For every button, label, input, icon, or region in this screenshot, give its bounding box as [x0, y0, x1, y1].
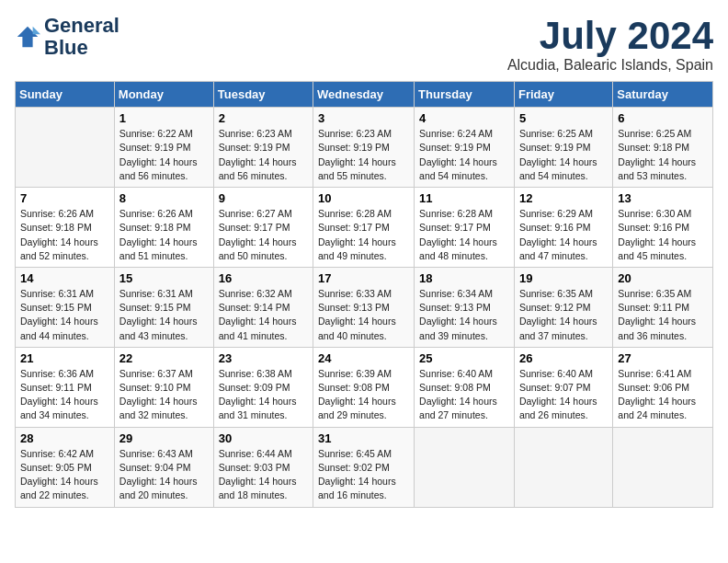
calendar-cell — [16, 108, 115, 188]
day-number: 20 — [618, 271, 708, 285]
day-number: 14 — [20, 271, 109, 285]
day-info: Sunrise: 6:38 AMSunset: 9:09 PMDaylight:… — [219, 367, 308, 423]
day-number: 23 — [219, 351, 308, 365]
day-info: Sunrise: 6:39 AMSunset: 9:08 PMDaylight:… — [318, 367, 409, 423]
day-number: 13 — [618, 191, 708, 205]
day-info: Sunrise: 6:28 AMSunset: 9:17 PMDaylight:… — [318, 207, 409, 263]
calendar-cell: 11Sunrise: 6:28 AMSunset: 9:17 PMDayligh… — [415, 188, 515, 268]
day-number: 6 — [618, 111, 708, 125]
calendar-cell: 21Sunrise: 6:36 AMSunset: 9:11 PMDayligh… — [16, 347, 115, 427]
day-info: Sunrise: 6:34 AMSunset: 9:13 PMDaylight:… — [419, 287, 509, 343]
day-info: Sunrise: 6:24 AMSunset: 9:19 PMDaylight:… — [419, 127, 509, 183]
day-number: 1 — [119, 111, 209, 125]
calendar-table: SundayMondayTuesdayWednesdayThursdayFrid… — [15, 81, 713, 507]
day-info: Sunrise: 6:40 AMSunset: 9:08 PMDaylight:… — [419, 367, 509, 423]
day-info: Sunrise: 6:44 AMSunset: 9:03 PMDaylight:… — [219, 447, 308, 503]
day-info: Sunrise: 6:22 AMSunset: 9:19 PMDaylight:… — [119, 127, 209, 183]
day-number: 31 — [318, 431, 409, 445]
day-info: Sunrise: 6:42 AMSunset: 9:05 PMDaylight:… — [20, 447, 109, 503]
day-info: Sunrise: 6:25 AMSunset: 9:19 PMDaylight:… — [519, 127, 608, 183]
day-info: Sunrise: 6:45 AMSunset: 9:02 PMDaylight:… — [318, 447, 409, 503]
calendar-cell: 14Sunrise: 6:31 AMSunset: 9:15 PMDayligh… — [16, 267, 115, 347]
day-number: 3 — [318, 111, 409, 125]
day-info: Sunrise: 6:26 AMSunset: 9:18 PMDaylight:… — [20, 207, 109, 263]
month-title: July 2024 — [507, 15, 713, 57]
day-number: 7 — [20, 191, 109, 205]
week-row-5: 28Sunrise: 6:42 AMSunset: 9:05 PMDayligh… — [16, 427, 713, 507]
week-row-3: 14Sunrise: 6:31 AMSunset: 9:15 PMDayligh… — [16, 267, 713, 347]
day-number: 16 — [219, 271, 308, 285]
calendar-cell: 1Sunrise: 6:22 AMSunset: 9:19 PMDaylight… — [114, 108, 213, 188]
day-info: Sunrise: 6:27 AMSunset: 9:17 PMDaylight:… — [219, 207, 308, 263]
calendar-cell: 8Sunrise: 6:26 AMSunset: 9:18 PMDaylight… — [114, 188, 213, 268]
calendar-cell: 30Sunrise: 6:44 AMSunset: 9:03 PMDayligh… — [213, 427, 313, 507]
calendar-cell: 10Sunrise: 6:28 AMSunset: 9:17 PMDayligh… — [313, 188, 415, 268]
day-number: 19 — [519, 271, 608, 285]
calendar-cell: 28Sunrise: 6:42 AMSunset: 9:05 PMDayligh… — [16, 427, 115, 507]
calendar-cell: 13Sunrise: 6:30 AMSunset: 9:16 PMDayligh… — [613, 188, 713, 268]
header-day-sunday: Sunday — [16, 82, 115, 108]
calendar-cell: 29Sunrise: 6:43 AMSunset: 9:04 PMDayligh… — [114, 427, 213, 507]
calendar-cell: 19Sunrise: 6:35 AMSunset: 9:12 PMDayligh… — [514, 267, 612, 347]
svg-marker-1 — [33, 27, 40, 34]
day-number: 22 — [119, 351, 209, 365]
header-day-friday: Friday — [514, 82, 612, 108]
calendar-cell — [415, 427, 515, 507]
day-info: Sunrise: 6:31 AMSunset: 9:15 PMDaylight:… — [119, 287, 209, 343]
calendar-cell: 24Sunrise: 6:39 AMSunset: 9:08 PMDayligh… — [313, 347, 415, 427]
day-info: Sunrise: 6:30 AMSunset: 9:16 PMDaylight:… — [618, 207, 708, 263]
day-info: Sunrise: 6:23 AMSunset: 9:19 PMDaylight:… — [318, 127, 409, 183]
day-info: Sunrise: 6:40 AMSunset: 9:07 PMDaylight:… — [519, 367, 608, 423]
logo-text: General Blue — [44, 15, 119, 59]
calendar-cell: 15Sunrise: 6:31 AMSunset: 9:15 PMDayligh… — [114, 267, 213, 347]
day-number: 18 — [419, 271, 509, 285]
calendar-cell: 3Sunrise: 6:23 AMSunset: 9:19 PMDaylight… — [313, 108, 415, 188]
day-number: 25 — [419, 351, 509, 365]
page-header: General Blue July 2024 Alcudia, Balearic… — [15, 15, 713, 74]
calendar-cell: 6Sunrise: 6:25 AMSunset: 9:18 PMDaylight… — [613, 108, 713, 188]
day-number: 12 — [519, 191, 608, 205]
calendar-cell: 23Sunrise: 6:38 AMSunset: 9:09 PMDayligh… — [213, 347, 313, 427]
day-number: 21 — [20, 351, 109, 365]
day-info: Sunrise: 6:41 AMSunset: 9:06 PMDaylight:… — [618, 367, 708, 423]
calendar-cell: 17Sunrise: 6:33 AMSunset: 9:13 PMDayligh… — [313, 267, 415, 347]
title-block: July 2024 Alcudia, Balearic Islands, Spa… — [507, 15, 713, 74]
day-info: Sunrise: 6:28 AMSunset: 9:17 PMDaylight:… — [419, 207, 509, 263]
day-info: Sunrise: 6:35 AMSunset: 9:12 PMDaylight:… — [519, 287, 608, 343]
location: Alcudia, Balearic Islands, Spain — [507, 57, 713, 74]
header-day-tuesday: Tuesday — [213, 82, 313, 108]
calendar-cell: 9Sunrise: 6:27 AMSunset: 9:17 PMDaylight… — [213, 188, 313, 268]
calendar-cell: 12Sunrise: 6:29 AMSunset: 9:16 PMDayligh… — [514, 188, 612, 268]
day-number: 17 — [318, 271, 409, 285]
day-number: 24 — [318, 351, 409, 365]
week-row-4: 21Sunrise: 6:36 AMSunset: 9:11 PMDayligh… — [16, 347, 713, 427]
week-row-1: 1Sunrise: 6:22 AMSunset: 9:19 PMDaylight… — [16, 108, 713, 188]
calendar-cell: 20Sunrise: 6:35 AMSunset: 9:11 PMDayligh… — [613, 267, 713, 347]
day-number: 5 — [519, 111, 608, 125]
day-info: Sunrise: 6:43 AMSunset: 9:04 PMDaylight:… — [119, 447, 209, 503]
day-number: 2 — [219, 111, 308, 125]
day-info: Sunrise: 6:31 AMSunset: 9:15 PMDaylight:… — [20, 287, 109, 343]
day-info: Sunrise: 6:25 AMSunset: 9:18 PMDaylight:… — [618, 127, 708, 183]
day-number: 11 — [419, 191, 509, 205]
calendar-cell: 5Sunrise: 6:25 AMSunset: 9:19 PMDaylight… — [514, 108, 612, 188]
header-day-saturday: Saturday — [613, 82, 713, 108]
header-row: SundayMondayTuesdayWednesdayThursdayFrid… — [16, 82, 713, 108]
calendar-cell — [613, 427, 713, 507]
day-number: 4 — [419, 111, 509, 125]
header-day-wednesday: Wednesday — [313, 82, 415, 108]
calendar-cell: 27Sunrise: 6:41 AMSunset: 9:06 PMDayligh… — [613, 347, 713, 427]
calendar-cell: 26Sunrise: 6:40 AMSunset: 9:07 PMDayligh… — [514, 347, 612, 427]
header-day-monday: Monday — [114, 82, 213, 108]
header-day-thursday: Thursday — [415, 82, 515, 108]
day-number: 28 — [20, 431, 109, 445]
day-number: 30 — [219, 431, 308, 445]
week-row-2: 7Sunrise: 6:26 AMSunset: 9:18 PMDaylight… — [16, 188, 713, 268]
day-number: 27 — [618, 351, 708, 365]
day-info: Sunrise: 6:35 AMSunset: 9:11 PMDaylight:… — [618, 287, 708, 343]
day-number: 15 — [119, 271, 209, 285]
calendar-cell: 25Sunrise: 6:40 AMSunset: 9:08 PMDayligh… — [415, 347, 515, 427]
calendar-cell: 18Sunrise: 6:34 AMSunset: 9:13 PMDayligh… — [415, 267, 515, 347]
calendar-cell: 16Sunrise: 6:32 AMSunset: 9:14 PMDayligh… — [213, 267, 313, 347]
day-number: 10 — [318, 191, 409, 205]
